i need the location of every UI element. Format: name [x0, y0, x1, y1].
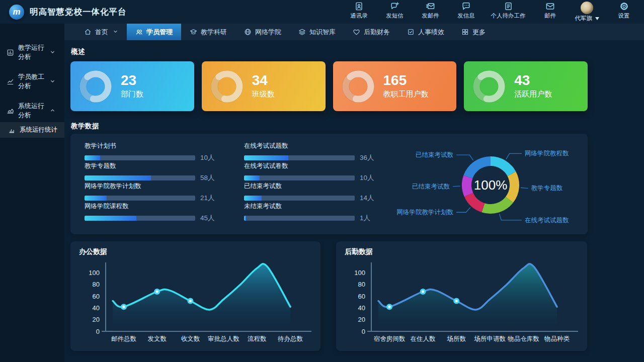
y-tick-label: 60 [93, 293, 100, 300]
personal-todo-button[interactable]: 个人待办工作 [491, 2, 526, 20]
donut-label: 在线考试试题数 [525, 217, 569, 224]
contacts-icon [354, 2, 364, 11]
donut-chart: 网络学院教程数教学专题数在线考试试题数网络学院教学计划数已结束考试数已结束考试数… [395, 137, 585, 231]
send-email-button[interactable]: 发邮件 [420, 2, 442, 20]
chevron-down-icon [50, 49, 55, 55]
tab-online-academy[interactable]: 网络学院 [235, 24, 290, 40]
area-fill [378, 264, 557, 331]
personal-todo-icon [504, 2, 513, 11]
tab-logistics-finance[interactable]: 后勤财务 [344, 24, 398, 40]
tab-hr-performance[interactable]: 人事绩效 [398, 24, 453, 40]
card-label: 部门数 [121, 89, 143, 99]
nav-bar: 首页学员管理教学科研网络学院知识智库后勤财务人事绩效更多 [64, 24, 644, 40]
data-point-core [156, 290, 158, 293]
tab-more[interactable]: 更多 [453, 24, 494, 40]
tab-home[interactable]: 首页 [75, 24, 127, 40]
send-email-label: 发邮件 [422, 12, 439, 20]
sidebar-group-teaching-analysis[interactable]: 教学运行分析 [0, 46, 64, 59]
data-point-core [189, 300, 192, 302]
contacts-button[interactable]: 通讯录 [348, 2, 370, 20]
logo-letter: m [13, 7, 20, 17]
donut-label: 教学专题数 [531, 185, 563, 192]
y-tick-label: 100 [354, 269, 365, 277]
donut-label-line [456, 155, 473, 160]
send-message-label: 发信息 [457, 12, 475, 20]
sidebar-group-label: 系统运行分析 [18, 102, 50, 120]
metric-label: 未结束考试数 [244, 199, 395, 211]
sidebar-group-system-analysis[interactable]: 系统运行分析 [0, 104, 64, 117]
gear-icon [619, 2, 629, 11]
ring-icon [77, 68, 114, 105]
donut-segment-1 [506, 171, 519, 203]
chevron-down-icon [113, 29, 118, 34]
teaching-section-title: 教学数据 [71, 122, 99, 131]
metric-label: 网络学院教学计划数 [85, 179, 235, 191]
settings-label: 设置 [618, 12, 630, 20]
metric-label: 已结束考试数 [244, 179, 395, 191]
stat-card-1: 34班级数 [202, 61, 326, 111]
personal-todo-label: 个人待办工作 [491, 12, 526, 20]
chevron-down-icon [50, 78, 55, 84]
metric-bars_right-1: 在线考试试卷数10人 [244, 159, 395, 179]
bar-chart-icon [7, 49, 14, 56]
data-point-core [122, 306, 125, 308]
tab-label: 更多 [472, 28, 486, 37]
area-fill [113, 264, 290, 331]
globe-icon [244, 28, 252, 36]
send-sms-button[interactable]: 发短信 [384, 2, 406, 20]
tab-student-management[interactable]: 学员管理 [127, 24, 181, 40]
settings-button[interactable]: 设置 [613, 2, 635, 20]
card-label: 教职工用户数 [383, 89, 429, 99]
send-email-icon [426, 2, 435, 11]
bar-fill [85, 216, 136, 221]
y-tick-label: 0 [362, 328, 365, 335]
mail-button[interactable]: 邮件 [539, 2, 561, 20]
metric-bars_left-1: 教学专题数58人 [85, 159, 235, 179]
data-point-core [422, 290, 424, 293]
bar-track [85, 216, 195, 221]
bar-track [244, 216, 355, 221]
home-icon [84, 28, 92, 36]
tab-teaching-research[interactable]: 教学科研 [181, 24, 235, 40]
office-line-chart: 020406080100邮件总数发文数收文数审批总人数流程数待办总数 [70, 241, 320, 351]
y-tick-label: 60 [358, 293, 365, 300]
card-label: 班级数 [252, 89, 275, 99]
sidebar-group-label: 教学运行分析 [18, 43, 50, 61]
x-category-label: 物品仓库数 [507, 335, 539, 342]
grad-cap-icon [190, 28, 197, 36]
donut-label: 网络学院教学计划数 [397, 209, 454, 216]
metric-label: 在线考试试题数 [244, 139, 395, 150]
x-category-label: 收文数 [181, 335, 200, 342]
app-title: 明高智慧党校一体化平台 [30, 7, 127, 18]
tab-label: 知识智库 [309, 28, 336, 37]
x-category-label: 物品种类 [544, 335, 570, 342]
x-category-label: 流程数 [248, 335, 267, 342]
tab-label: 人事绩效 [418, 28, 444, 37]
chevron-up-icon [50, 108, 55, 113]
sidebar-item-label: 系统运行统计 [20, 126, 57, 134]
sidebar-group-staff-analysis[interactable]: 学员教工分析 [0, 75, 64, 88]
card-value: 43 [514, 73, 552, 87]
donut-label: 网络学院教程数 [525, 150, 569, 157]
x-category-label: 邮件总数 [111, 335, 137, 342]
user-menu[interactable]: 代军旗 [575, 2, 600, 22]
y-tick-label: 80 [358, 281, 365, 288]
tab-knowledge-base[interactable]: 知识智库 [290, 24, 344, 40]
card-value: 34 [252, 73, 275, 87]
donut-label-line [521, 188, 528, 188]
sidebar: 教学运行分析学员教工分析系统运行分析系统运行统计 [0, 24, 64, 362]
metric-bars_left-0: 教学计划书10人 [85, 139, 235, 159]
tab-label: 学员管理 [146, 28, 173, 37]
metric-value: 45人 [200, 214, 215, 223]
metric-label: 教学计划书 [85, 139, 235, 150]
stat-card-3: 43活跃用户数 [464, 61, 588, 111]
heart-icon [353, 28, 360, 36]
x-category-label: 在住人数 [411, 335, 436, 342]
sidebar-item-system-stats[interactable]: 系统运行统计 [0, 122, 64, 138]
area-chart-icon [7, 107, 14, 115]
mail-icon [545, 2, 555, 11]
ring-icon [340, 68, 376, 105]
card-value: 165 [383, 73, 429, 87]
card-label: 活跃用户数 [514, 89, 552, 99]
send-message-button[interactable]: 发信息 [455, 2, 477, 20]
